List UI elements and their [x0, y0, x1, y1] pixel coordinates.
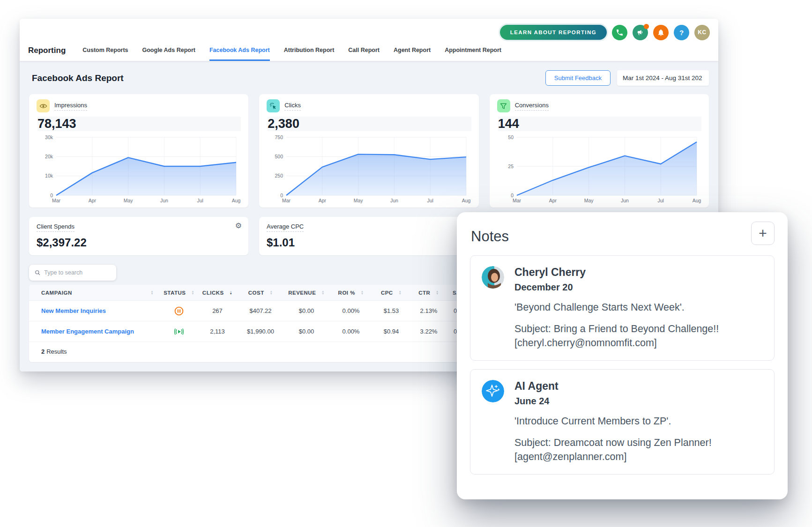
tab-call-report[interactable]: Call Report	[348, 47, 380, 61]
svg-text:Mar: Mar	[513, 198, 521, 203]
bell-glyph	[657, 29, 665, 37]
impressions-value: 78,143	[37, 117, 241, 131]
conversions-card: Conversions 144 02550MarAprMayJunJulAug	[490, 94, 709, 208]
phone-glyph	[616, 29, 624, 37]
svg-text:Jul: Jul	[427, 198, 433, 203]
clicks-value: 2,380	[268, 117, 471, 131]
tab-appointment-report[interactable]: Appointment Report	[445, 47, 501, 61]
notes-title: Notes	[471, 228, 509, 245]
impressions-chart: 010k20k30kMarAprMayJunJulAug	[37, 134, 241, 205]
clicks-label[interactable]: Clicks	[284, 102, 301, 111]
cpc-cell: $1.53	[373, 307, 410, 314]
notification-dot	[644, 24, 649, 29]
svg-text:20k: 20k	[45, 154, 53, 159]
tab-custom-reports[interactable]: Custom Reports	[82, 47, 128, 61]
column-cost: COST ▲▼	[237, 290, 284, 296]
ctr-cell: 2.13%	[410, 307, 448, 314]
avatar	[482, 266, 504, 289]
help-icon[interactable]: ?	[674, 25, 689, 40]
tab-attribution-report[interactable]: Attribution Report	[284, 47, 335, 61]
sort-campaign-icon[interactable]: ▲▼	[151, 290, 154, 295]
ai-sparkle-icon	[482, 380, 504, 402]
sort-clicks-icon[interactable]: ▲▼	[230, 290, 232, 295]
impressions-label[interactable]: Impressions	[54, 102, 87, 111]
column-cost-label: COST	[248, 290, 264, 296]
clicks-chart: 0250500750MarAprMayJunJulAug	[267, 134, 471, 205]
svg-text:0: 0	[280, 193, 283, 198]
sort-status-icon[interactable]: ▲▼	[191, 290, 194, 295]
cost-cell: $407.22	[237, 307, 284, 314]
sort-revenue-icon[interactable]: ▲▼	[321, 290, 324, 295]
svg-text:30k: 30k	[45, 134, 53, 140]
svg-text:500: 500	[275, 154, 283, 159]
kpi-cards-row: Impressions 78,143 010k20k30kMarAprMayJu…	[29, 94, 709, 208]
user-avatar[interactable]: KC	[694, 25, 710, 40]
phone-icon[interactable]	[612, 25, 627, 40]
note-content: Cheryl Cherry December 20 'Beyond Challe…	[514, 266, 763, 350]
conversions-chart: 02550MarAprMayJunJulAug	[497, 134, 701, 205]
svg-text:0: 0	[50, 193, 53, 198]
svg-text:May: May	[124, 198, 134, 203]
clicks-card-header: Clicks	[267, 99, 471, 112]
page-title: Facebook Ads Report	[32, 73, 124, 83]
svg-text:Jul: Jul	[657, 198, 663, 203]
tab-facebook-ads-report[interactable]: Facebook Ads Report	[209, 47, 270, 61]
campaign-link[interactable]: New Member Inquiries	[41, 307, 106, 314]
svg-text:Jun: Jun	[390, 198, 398, 203]
clicks-cell: 2,113	[198, 328, 237, 335]
client-spends-label[interactable]: Client Spends	[37, 223, 74, 232]
note-author: AI Agent	[514, 380, 763, 393]
note-content: AI Agent June 24 'Introduce Current Memb…	[514, 380, 763, 464]
sort-cost-icon[interactable]: ▲▼	[270, 290, 273, 295]
average-cpc-label[interactable]: Average CPC	[267, 223, 304, 232]
learn-about-reporting-button[interactable]: LEARN ABOUT REPORTING	[500, 25, 607, 40]
column-status-label: STATUS	[164, 290, 186, 296]
report-tabs: Custom Reports Google Ads Report Faceboo…	[82, 47, 501, 61]
impressions-card-header: Impressions	[37, 99, 241, 112]
sort-cpc-icon[interactable]: ▲▼	[399, 290, 402, 295]
svg-text:Jun: Jun	[621, 198, 629, 203]
svg-text:50: 50	[508, 134, 514, 140]
megaphone-glyph	[636, 29, 644, 37]
date-range-picker[interactable]: Mar 1st 2024 - Aug 31st 202	[617, 70, 709, 86]
roi-cell: 0.00%	[329, 307, 373, 314]
svg-text:Mar: Mar	[52, 198, 61, 203]
svg-text:Mar: Mar	[282, 198, 291, 203]
add-note-button[interactable]: +	[751, 222, 775, 245]
cpc-cell: $0.94	[373, 328, 410, 335]
roi-cell: 0.00%	[329, 328, 373, 335]
campaign-link[interactable]: Member Engagement Campaign	[41, 328, 134, 335]
notifications-bell-icon[interactable]	[653, 25, 669, 40]
average-cpc-card: Average CPC $1.01	[259, 217, 478, 255]
submit-feedback-button[interactable]: Submit Feedback	[545, 70, 611, 86]
tab-google-ads-report[interactable]: Google Ads Report	[142, 47, 195, 61]
column-cpc: CPC ▲▼	[373, 290, 410, 296]
app-title: Reporting	[28, 46, 66, 61]
sort-ctr-icon[interactable]: ▲▼	[436, 290, 439, 295]
page-header: Facebook Ads Report Submit Feedback Mar …	[32, 70, 709, 86]
search-input[interactable]	[44, 269, 111, 276]
column-ctr: CTR ▲▼	[410, 290, 448, 296]
clicks-cell: 267	[198, 307, 237, 314]
search-box	[29, 265, 116, 281]
note-author: Cheryl Cherry	[514, 266, 763, 279]
results-count-label: Results	[46, 348, 67, 355]
svg-text:Jun: Jun	[160, 198, 168, 203]
conversions-card-header: Conversions	[497, 99, 701, 112]
svg-text:0: 0	[511, 193, 514, 198]
gear-icon[interactable]: ⚙	[235, 222, 242, 230]
funnel-icon	[497, 99, 510, 112]
ctr-cell: 3.22%	[410, 328, 448, 335]
announcements-megaphone-icon[interactable]	[633, 25, 648, 40]
note-card: Cheryl Cherry December 20 'Beyond Challe…	[470, 255, 775, 361]
note-title-line: 'Introduce Current Members to ZP'.	[514, 414, 763, 428]
notes-header: Notes +	[470, 222, 775, 245]
svg-text:Apr: Apr	[319, 198, 327, 203]
tab-agent-report[interactable]: Agent Report	[394, 47, 431, 61]
average-cpc-value: $1.01	[267, 236, 471, 249]
column-status: STATUS ▲▼	[160, 290, 198, 296]
sort-roi-icon[interactable]: ▲▼	[361, 290, 364, 295]
column-campaign-label: CAMPAIGN	[41, 290, 72, 296]
cost-cell: $1,990.00	[237, 328, 284, 335]
conversions-label[interactable]: Conversions	[515, 102, 549, 111]
